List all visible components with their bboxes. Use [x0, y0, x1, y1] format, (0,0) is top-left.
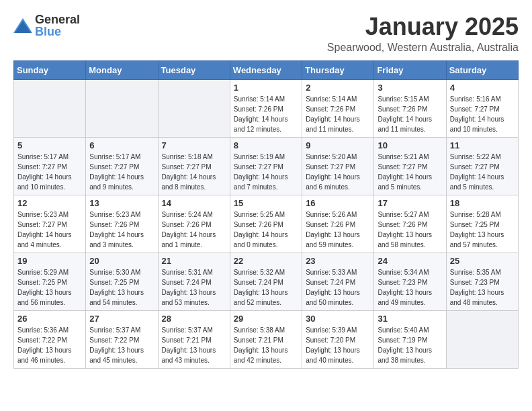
day-info: Sunrise: 5:36 AM Sunset: 7:22 PM Dayligh… — [17, 325, 82, 365]
calendar-cell: 16Sunrise: 5:26 AM Sunset: 7:26 PM Dayli… — [302, 195, 374, 253]
svg-marker-1 — [15, 21, 31, 33]
day-info: Sunrise: 5:22 AM Sunset: 7:27 PM Dayligh… — [450, 152, 515, 192]
day-info: Sunrise: 5:24 AM Sunset: 7:26 PM Dayligh… — [162, 210, 226, 250]
calendar-cell: 12Sunrise: 5:23 AM Sunset: 7:27 PM Dayli… — [14, 195, 86, 253]
calendar-cell: 1Sunrise: 5:14 AM Sunset: 7:26 PM Daylig… — [230, 79, 302, 137]
day-number: 12 — [17, 198, 82, 208]
weekday-header: Friday — [374, 60, 446, 79]
calendar-cell — [446, 310, 518, 368]
calendar-cell: 31Sunrise: 5:40 AM Sunset: 7:19 PM Dayli… — [374, 310, 446, 368]
day-info: Sunrise: 5:34 AM Sunset: 7:23 PM Dayligh… — [378, 267, 442, 308]
day-info: Sunrise: 5:40 AM Sunset: 7:19 PM Dayligh… — [378, 325, 442, 365]
day-info: Sunrise: 5:26 AM Sunset: 7:26 PM Dayligh… — [306, 210, 370, 250]
day-info: Sunrise: 5:23 AM Sunset: 7:26 PM Dayligh… — [89, 210, 154, 250]
calendar-cell: 15Sunrise: 5:25 AM Sunset: 7:26 PM Dayli… — [230, 195, 302, 253]
calendar-cell: 30Sunrise: 5:39 AM Sunset: 7:20 PM Dayli… — [302, 310, 374, 368]
calendar-cell: 28Sunrise: 5:37 AM Sunset: 7:21 PM Dayli… — [158, 310, 230, 368]
day-number: 11 — [450, 140, 515, 150]
day-number: 1 — [234, 83, 298, 93]
day-number: 15 — [234, 198, 298, 208]
day-info: Sunrise: 5:37 AM Sunset: 7:21 PM Dayligh… — [162, 325, 226, 365]
weekday-header: Wednesday — [230, 60, 302, 79]
calendar-cell: 21Sunrise: 5:31 AM Sunset: 7:24 PM Dayli… — [158, 253, 230, 310]
day-number: 17 — [378, 198, 442, 208]
day-number: 29 — [234, 314, 298, 324]
calendar-cell: 2Sunrise: 5:14 AM Sunset: 7:26 PM Daylig… — [302, 79, 374, 137]
calendar-cell: 9Sunrise: 5:20 AM Sunset: 7:27 PM Daylig… — [302, 137, 374, 195]
calendar-week-row: 5Sunrise: 5:17 AM Sunset: 7:27 PM Daylig… — [14, 137, 519, 195]
calendar-cell: 14Sunrise: 5:24 AM Sunset: 7:26 PM Dayli… — [158, 195, 230, 253]
day-info: Sunrise: 5:32 AM Sunset: 7:24 PM Dayligh… — [234, 267, 298, 308]
calendar-cell: 5Sunrise: 5:17 AM Sunset: 7:27 PM Daylig… — [14, 137, 86, 195]
calendar-cell: 25Sunrise: 5:35 AM Sunset: 7:23 PM Dayli… — [446, 253, 518, 310]
day-number: 22 — [234, 256, 298, 266]
day-info: Sunrise: 5:38 AM Sunset: 7:21 PM Dayligh… — [234, 325, 298, 365]
day-info: Sunrise: 5:37 AM Sunset: 7:22 PM Dayligh… — [89, 325, 154, 365]
day-number: 18 — [450, 198, 515, 208]
logo-text-blue: Blue — [35, 25, 61, 38]
day-info: Sunrise: 5:29 AM Sunset: 7:25 PM Dayligh… — [17, 267, 82, 308]
weekday-header: Tuesday — [158, 60, 230, 79]
weekday-header: Thursday — [302, 60, 374, 79]
day-info: Sunrise: 5:31 AM Sunset: 7:24 PM Dayligh… — [162, 267, 226, 308]
calendar-cell: 29Sunrise: 5:38 AM Sunset: 7:21 PM Dayli… — [230, 310, 302, 368]
day-info: Sunrise: 5:28 AM Sunset: 7:25 PM Dayligh… — [450, 210, 515, 250]
calendar-cell: 17Sunrise: 5:27 AM Sunset: 7:26 PM Dayli… — [374, 195, 446, 253]
day-info: Sunrise: 5:14 AM Sunset: 7:26 PM Dayligh… — [234, 94, 298, 134]
calendar-cell: 4Sunrise: 5:16 AM Sunset: 7:27 PM Daylig… — [446, 79, 518, 137]
day-info: Sunrise: 5:18 AM Sunset: 7:27 PM Dayligh… — [162, 152, 226, 192]
calendar-cell: 22Sunrise: 5:32 AM Sunset: 7:24 PM Dayli… — [230, 253, 302, 310]
calendar-week-row: 12Sunrise: 5:23 AM Sunset: 7:27 PM Dayli… — [14, 195, 519, 253]
page-header: General Blue January 2025 Spearwood, Wes… — [13, 13, 519, 54]
day-info: Sunrise: 5:17 AM Sunset: 7:27 PM Dayligh… — [17, 152, 82, 192]
calendar-cell: 7Sunrise: 5:18 AM Sunset: 7:27 PM Daylig… — [158, 137, 230, 195]
day-info: Sunrise: 5:20 AM Sunset: 7:27 PM Dayligh… — [306, 152, 370, 192]
logo: General Blue — [13, 13, 80, 38]
calendar-subtitle: Spearwood, Western Australia, Australia — [327, 42, 519, 54]
calendar-cell: 11Sunrise: 5:22 AM Sunset: 7:27 PM Dayli… — [446, 137, 518, 195]
day-number: 8 — [234, 140, 298, 150]
calendar-week-row: 1Sunrise: 5:14 AM Sunset: 7:26 PM Daylig… — [14, 79, 519, 137]
day-number: 30 — [306, 314, 370, 324]
day-info: Sunrise: 5:19 AM Sunset: 7:27 PM Dayligh… — [234, 152, 298, 192]
title-block: January 2025 Spearwood, Western Australi… — [327, 13, 519, 54]
day-number: 2 — [306, 83, 370, 93]
calendar-cell: 10Sunrise: 5:21 AM Sunset: 7:27 PM Dayli… — [374, 137, 446, 195]
day-info: Sunrise: 5:30 AM Sunset: 7:25 PM Dayligh… — [89, 267, 154, 308]
day-info: Sunrise: 5:17 AM Sunset: 7:27 PM Dayligh… — [89, 152, 154, 192]
day-number: 27 — [89, 314, 154, 324]
calendar-cell: 3Sunrise: 5:15 AM Sunset: 7:26 PM Daylig… — [374, 79, 446, 137]
day-number: 10 — [378, 140, 442, 150]
calendar-week-row: 19Sunrise: 5:29 AM Sunset: 7:25 PM Dayli… — [14, 253, 519, 310]
day-number: 7 — [162, 140, 226, 150]
day-number: 13 — [89, 198, 154, 208]
day-info: Sunrise: 5:21 AM Sunset: 7:27 PM Dayligh… — [378, 152, 442, 192]
calendar-cell — [158, 79, 230, 137]
day-number: 31 — [378, 314, 442, 324]
calendar-header: SundayMondayTuesdayWednesdayThursdayFrid… — [14, 60, 519, 79]
calendar-cell: 23Sunrise: 5:33 AM Sunset: 7:24 PM Dayli… — [302, 253, 374, 310]
calendar-cell: 19Sunrise: 5:29 AM Sunset: 7:25 PM Dayli… — [14, 253, 86, 310]
day-info: Sunrise: 5:39 AM Sunset: 7:20 PM Dayligh… — [306, 325, 370, 365]
day-info: Sunrise: 5:23 AM Sunset: 7:27 PM Dayligh… — [17, 210, 82, 250]
day-number: 28 — [162, 314, 226, 324]
calendar-cell: 18Sunrise: 5:28 AM Sunset: 7:25 PM Dayli… — [446, 195, 518, 253]
day-number: 24 — [378, 256, 442, 266]
day-number: 5 — [17, 140, 82, 150]
calendar-cell: 24Sunrise: 5:34 AM Sunset: 7:23 PM Dayli… — [374, 253, 446, 310]
weekday-header: Saturday — [446, 60, 518, 79]
day-number: 26 — [17, 314, 82, 324]
day-number: 20 — [89, 256, 154, 266]
day-number: 16 — [306, 198, 370, 208]
calendar-cell: 13Sunrise: 5:23 AM Sunset: 7:26 PM Dayli… — [86, 195, 158, 253]
calendar-cell — [86, 79, 158, 137]
day-number: 23 — [306, 256, 370, 266]
day-number: 3 — [378, 83, 442, 93]
day-info: Sunrise: 5:16 AM Sunset: 7:27 PM Dayligh… — [450, 94, 515, 134]
day-number: 19 — [17, 256, 82, 266]
calendar-cell: 8Sunrise: 5:19 AM Sunset: 7:27 PM Daylig… — [230, 137, 302, 195]
day-number: 6 — [89, 140, 154, 150]
weekday-header: Sunday — [14, 60, 86, 79]
calendar-week-row: 26Sunrise: 5:36 AM Sunset: 7:22 PM Dayli… — [14, 310, 519, 368]
day-info: Sunrise: 5:33 AM Sunset: 7:24 PM Dayligh… — [306, 267, 370, 308]
